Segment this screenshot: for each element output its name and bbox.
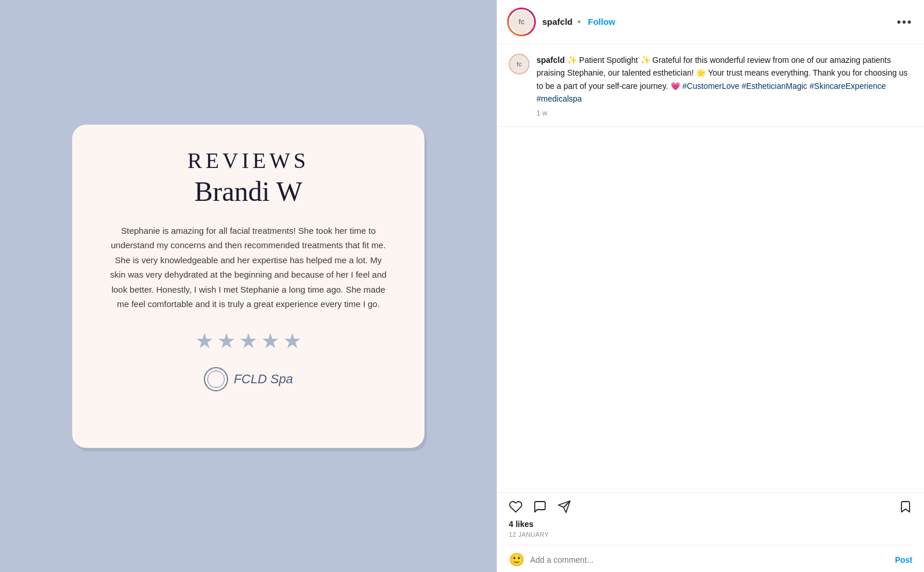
star-1: ★ — [195, 329, 214, 353]
more-options-button[interactable]: ••• — [897, 16, 912, 29]
emoji-button[interactable]: 🙂 — [509, 552, 524, 567]
comment-input[interactable] — [530, 555, 889, 564]
bookmark-button[interactable] — [899, 500, 912, 514]
post-date: 12 January — [509, 531, 912, 538]
follow-button[interactable]: Follow — [588, 17, 616, 27]
header-username[interactable]: spafcld — [542, 17, 573, 27]
header-info: spafcld • Follow — [542, 17, 897, 27]
logo-text: FCLD Spa — [234, 372, 293, 387]
star-4: ★ — [261, 329, 280, 353]
review-card: REVIEWS Brandi W Stephanie is amazing fo… — [72, 125, 424, 448]
avatar[interactable]: fc — [509, 9, 534, 35]
spotlight-label: Patient Spotlight — [579, 55, 638, 65]
post-time: 1 w — [536, 109, 912, 117]
spa-logo: FCLD Spa — [204, 367, 293, 391]
caption-username[interactable]: spafcld — [536, 55, 565, 65]
action-icons — [509, 500, 912, 514]
star-2: ★ — [217, 329, 236, 353]
share-button[interactable] — [557, 500, 571, 514]
review-text: Stephanie is amazing for all facial trea… — [110, 223, 387, 312]
caption-area: fc spafcld ✨ Patient Spotlight ✨ Gratefu… — [497, 44, 924, 127]
sparkle-1: ✨ — [567, 55, 577, 65]
star-5: ★ — [283, 329, 301, 353]
header-dot: • — [578, 17, 581, 27]
like-button[interactable] — [509, 500, 523, 514]
add-comment-row: 🙂 Post — [509, 545, 912, 567]
reviewer-name: Brandi W — [194, 175, 302, 207]
avatar-wrapper[interactable]: fc — [509, 9, 534, 35]
sparkle-2: ✨ — [640, 55, 650, 65]
logo-circle — [204, 367, 228, 391]
star-rating: ★ ★ ★ ★ ★ — [195, 329, 301, 353]
comment-button[interactable] — [533, 500, 547, 514]
logo-circle-inner — [207, 371, 225, 388]
spacer — [497, 127, 924, 492]
caption-avatar[interactable]: fc — [509, 54, 530, 74]
caption-text: spafcld ✨ Patient Spotlight ✨ Grateful f… — [536, 54, 912, 106]
post-comment-button[interactable]: Post — [895, 555, 912, 564]
post-header: fc spafcld • Follow ••• — [497, 0, 924, 44]
caption-row: fc spafcld ✨ Patient Spotlight ✨ Gratefu… — [509, 54, 912, 117]
action-bar: 4 likes 12 January 🙂 Post — [497, 492, 924, 572]
right-panel: fc spafcld • Follow ••• fc spafcld ✨ Pat… — [497, 0, 924, 572]
review-title: REVIEWS — [188, 148, 310, 173]
star-3: ★ — [239, 329, 258, 353]
caption-content: spafcld ✨ Patient Spotlight ✨ Grateful f… — [536, 54, 912, 117]
post-image-panel: REVIEWS Brandi W Stephanie is amazing fo… — [0, 0, 497, 572]
likes-count: 4 likes — [509, 519, 912, 529]
